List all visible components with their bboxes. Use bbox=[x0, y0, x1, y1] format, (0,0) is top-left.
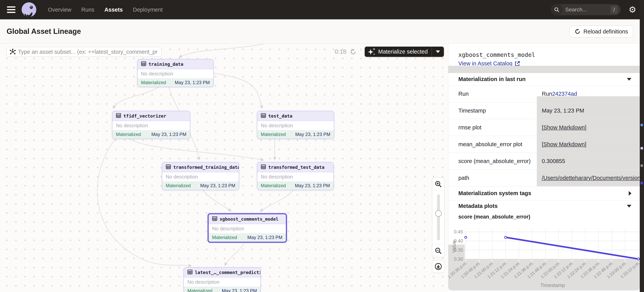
window-edge bbox=[640, 0, 644, 292]
asset-node-tfidf_vectorizer[interactable]: tfidf_vectorizerNo descriptionMaterializ… bbox=[112, 111, 190, 139]
asset-materialized-time: May 23, 1:23 PM bbox=[152, 132, 186, 137]
table-icon bbox=[261, 113, 266, 119]
metadata-link[interactable]: [Show Markdown] bbox=[542, 141, 586, 148]
gear-icon[interactable]: ⚙ bbox=[629, 6, 636, 14]
zoom-slider-handle[interactable] bbox=[435, 210, 442, 217]
metadata-value[interactable]: [Show Markdown] bbox=[537, 136, 640, 153]
asset-materialized-time: May 23, 1:23 PM bbox=[248, 235, 282, 240]
metadata-link[interactable]: /Users/odetteharary/Documents/version bbox=[542, 175, 640, 181]
download-icon bbox=[434, 262, 442, 271]
asset-node-description: No description bbox=[257, 121, 334, 130]
section-materialization-last-run[interactable]: Materialization in last run bbox=[448, 73, 640, 85]
nav-item-runs[interactable]: Runs bbox=[81, 7, 94, 13]
nav-item-assets[interactable]: Assets bbox=[104, 7, 123, 13]
asset-node-description: No description bbox=[138, 69, 213, 78]
table-icon bbox=[141, 61, 146, 67]
zoom-controls bbox=[432, 177, 444, 257]
table-row: mean_absolute_error plot[Show Markdown] bbox=[448, 136, 640, 153]
asset-materialized-time: May 23, 1:23 PM bbox=[200, 183, 235, 188]
nav-item-deployment[interactable]: Deployment bbox=[133, 7, 163, 13]
reload-definitions-button[interactable]: Reload definitions bbox=[569, 26, 633, 38]
asset-filter-bar bbox=[6, 47, 162, 57]
metadata-label: rmse plot bbox=[448, 119, 537, 136]
edge-xgboost_comments_model-to-latest_…_comment_predictions bbox=[225, 240, 246, 265]
metadata-plot-title: score (mean_absolute_error) bbox=[458, 214, 530, 220]
asset-status-badge: Materialized bbox=[166, 183, 191, 188]
panel-asset-title: xgboost_comments_model bbox=[458, 52, 535, 58]
top-nav: OverviewRunsAssetsDeployment / ⚙ bbox=[0, 0, 644, 19]
nav-item-overview[interactable]: Overview bbox=[48, 7, 71, 13]
section-system-tags[interactable]: Materialization system tags bbox=[448, 186, 640, 200]
table-row: score (mean_absolute_error)0.300855 bbox=[448, 153, 640, 169]
zoom-in-icon bbox=[434, 180, 442, 188]
section-metadata-plots[interactable]: Metadata plots bbox=[448, 200, 640, 212]
metadata-link[interactable]: [Show Markdown] bbox=[542, 124, 586, 131]
asset-materialized-time: May 23, 1:23 PM bbox=[295, 183, 330, 188]
metadata-label: Run bbox=[448, 86, 537, 102]
dagster-logo[interactable] bbox=[22, 2, 36, 17]
metadata-value[interactable]: [Show Markdown] bbox=[537, 119, 640, 136]
svg-text:Value: Value bbox=[451, 240, 457, 253]
table-icon bbox=[166, 164, 171, 170]
global-search[interactable]: / bbox=[551, 4, 621, 15]
asset-status-badge: Materialized bbox=[187, 288, 212, 292]
hamburger-menu-icon[interactable] bbox=[7, 7, 16, 13]
search-icon bbox=[551, 4, 563, 15]
metadata-value[interactable]: Run 242374ad bbox=[537, 86, 640, 102]
asset-node-title: xgboost_comments_model bbox=[220, 217, 278, 222]
table-row: TimestampMay 23, 1:23 PM bbox=[448, 102, 640, 119]
asset-node-latest_…_comment_predictions[interactable]: latest_…_comment_predictionsNo descripti… bbox=[184, 267, 261, 292]
run-id-link[interactable]: 242374ad bbox=[552, 91, 577, 97]
edge-tfidf_vectorizer-to-transformed_test_data bbox=[124, 135, 264, 160]
table-row: rmse plot[Show Markdown] bbox=[448, 119, 640, 136]
refresh-icon[interactable] bbox=[350, 49, 356, 55]
metadata-label: path bbox=[448, 170, 537, 186]
horizontal-scrollbar-track[interactable] bbox=[448, 66, 640, 73]
asset-node-transformed_test_data[interactable]: transformed_test_dataNo descriptionMater… bbox=[257, 162, 334, 190]
chevron-down-icon bbox=[627, 78, 632, 81]
zoom-in-button[interactable] bbox=[432, 178, 444, 190]
refresh-timer: 0:18 bbox=[335, 47, 356, 57]
asset-materialized-time: May 23, 1:23 PM bbox=[295, 132, 330, 137]
asset-status-badge: Materialized bbox=[261, 132, 286, 137]
asset-node-title: transformed_training_data bbox=[173, 165, 239, 170]
asset-node-description: No description bbox=[184, 277, 260, 286]
asset-status-badge: Materialized bbox=[141, 80, 166, 85]
external-link-icon bbox=[514, 61, 520, 67]
edge-transformed_test_data-to-xgboost_comments_model bbox=[260, 187, 296, 211]
metadata-value[interactable]: /Users/odetteharary/Documents/version bbox=[537, 170, 640, 186]
search-input[interactable] bbox=[563, 7, 610, 13]
edge-tfidf_vectorizer-to-latest_…_comment_predictions bbox=[97, 135, 191, 266]
metadata-label: mean_absolute_error plot bbox=[448, 136, 537, 153]
asset-details-panel: xgboost_comments_model View in Asset Cat… bbox=[448, 44, 640, 292]
asset-materialized-time: May 23, 1:23 PM bbox=[175, 80, 210, 85]
score-line-chart: 0.300.350.400.451:20:36 p.m.1:20:48 p.m.… bbox=[448, 222, 640, 290]
asset-subset-input[interactable] bbox=[16, 49, 161, 55]
zoom-slider[interactable] bbox=[432, 190, 444, 244]
download-graph-button[interactable] bbox=[432, 260, 444, 273]
svg-text:0.30: 0.30 bbox=[454, 256, 463, 262]
asset-node-description: No description bbox=[257, 172, 334, 181]
asset-status-badge: Materialized bbox=[261, 183, 286, 188]
asset-node-transformed_training_data[interactable]: transformed_training_dataNo descriptionM… bbox=[162, 162, 239, 190]
asset-node-training_data[interactable]: training_dataNo descriptionMaterializedM… bbox=[137, 59, 214, 87]
asset-node-description: No description bbox=[112, 121, 190, 130]
table-icon bbox=[212, 216, 217, 222]
asset-node-xgboost_comments_model[interactable]: xgboost_comments_modelNo descriptionMate… bbox=[208, 213, 287, 243]
materialize-selected-button[interactable]: Materialize selected bbox=[365, 47, 444, 57]
table-icon bbox=[187, 269, 192, 275]
table-row: RunRun 242374ad bbox=[448, 85, 640, 102]
asset-node-title: tfidf_vectorizer bbox=[124, 114, 166, 119]
asset-graph-icon bbox=[10, 49, 16, 55]
zoom-out-button[interactable] bbox=[432, 244, 444, 257]
asset-node-title: test_data bbox=[268, 114, 292, 119]
sparkle-icon bbox=[368, 48, 376, 56]
metadata-label: score (mean_absolute_error) bbox=[448, 153, 537, 169]
edge-training_data-to-test_data bbox=[214, 73, 262, 108]
materialize-options-caret[interactable] bbox=[432, 47, 444, 57]
asset-lineage-canvas[interactable]: training_dataNo descriptionMaterializedM… bbox=[0, 44, 448, 292]
table-icon bbox=[261, 164, 266, 170]
asset-node-test_data[interactable]: test_dataNo descriptionMaterializedMay 2… bbox=[257, 111, 334, 139]
asset-node-title: latest_…_comment_predictions bbox=[195, 270, 261, 275]
edge-external-to-training_data bbox=[179, 44, 276, 57]
